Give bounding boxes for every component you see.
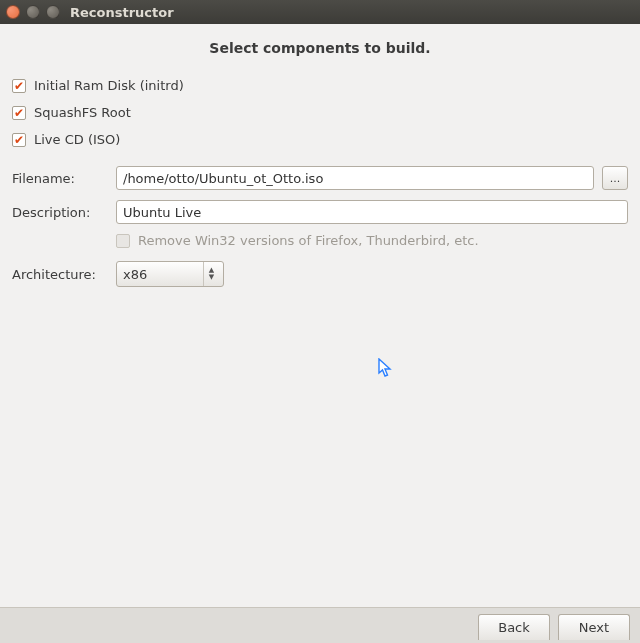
description-label: Description: — [12, 205, 108, 220]
footer-bar: Back Next — [0, 607, 640, 643]
check-label: Initial Ram Disk (initrd) — [34, 78, 184, 93]
check-label: Live CD (ISO) — [34, 132, 120, 147]
close-icon[interactable] — [6, 5, 20, 19]
spin-arrows-icon[interactable]: ▲▼ — [203, 262, 219, 286]
architecture-select[interactable]: x86 ▲▼ — [116, 261, 224, 287]
check-remove-win32: Remove Win32 versions of Firefox, Thunde… — [116, 233, 628, 248]
next-button[interactable]: Next — [558, 614, 630, 640]
check-label: Remove Win32 versions of Firefox, Thunde… — [138, 233, 479, 248]
page-heading: Select components to build. — [12, 40, 628, 56]
filename-input[interactable] — [116, 166, 594, 190]
architecture-value: x86 — [123, 267, 147, 282]
back-button[interactable]: Back — [478, 614, 550, 640]
architecture-row: Architecture: x86 ▲▼ — [12, 261, 628, 287]
window-title: Reconstructor — [70, 5, 174, 20]
content-area: Select components to build. Initial Ram … — [0, 24, 640, 643]
cursor-icon — [378, 358, 394, 378]
check-livecd[interactable]: Live CD (ISO) — [12, 132, 628, 147]
checkbox-icon — [116, 234, 130, 248]
titlebar: Reconstructor — [0, 0, 640, 24]
filename-label: Filename: — [12, 171, 108, 186]
check-initrd[interactable]: Initial Ram Disk (initrd) — [12, 78, 628, 93]
checkbox-icon[interactable] — [12, 133, 26, 147]
checkbox-icon[interactable] — [12, 106, 26, 120]
architecture-label: Architecture: — [12, 267, 108, 282]
filename-row: Filename: ... — [12, 166, 628, 190]
description-input[interactable] — [116, 200, 628, 224]
description-row: Description: — [12, 200, 628, 224]
check-label: SquashFS Root — [34, 105, 131, 120]
minimize-icon[interactable] — [26, 5, 40, 19]
maximize-icon[interactable] — [46, 5, 60, 19]
browse-button[interactable]: ... — [602, 166, 628, 190]
checkbox-icon[interactable] — [12, 79, 26, 93]
check-squashfs[interactable]: SquashFS Root — [12, 105, 628, 120]
